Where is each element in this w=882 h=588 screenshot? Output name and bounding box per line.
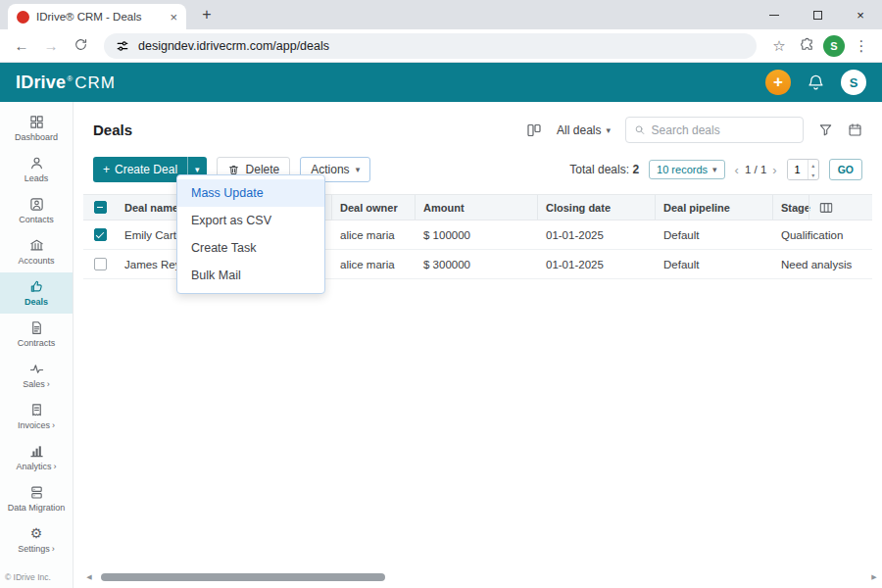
search-box — [625, 117, 804, 143]
minimize-icon — [769, 15, 779, 16]
horizontal-scrollbar: ◀ ▶ — [83, 571, 880, 583]
site-settings-icon — [116, 39, 129, 53]
kanban-view-icon[interactable] — [526, 122, 542, 138]
browser-menu-icon[interactable]: ⋮ — [851, 37, 872, 55]
maximize-button[interactable] — [796, 0, 839, 29]
calendar-icon[interactable] — [848, 122, 862, 137]
column-header-amount[interactable]: Amount — [416, 195, 538, 220]
invoices-icon — [29, 403, 44, 417]
browser-window: IDrive® CRM - Deals × + × ← → designdev.… — [0, 0, 882, 588]
sidebar-item-dashboard[interactable]: Dashboard — [0, 108, 73, 149]
scrollbar-track[interactable] — [95, 572, 868, 582]
user-avatar[interactable]: S — [841, 70, 866, 95]
quick-add-button[interactable]: + — [765, 70, 791, 95]
sidebar-item-invoices[interactable]: Invoices› — [0, 396, 73, 437]
minimize-button[interactable] — [753, 0, 796, 29]
submenu-chevron-icon: › — [52, 544, 55, 554]
plus-icon: + — [103, 163, 110, 176]
tab-close-icon[interactable]: × — [170, 10, 177, 24]
address-bar[interactable]: designdev.idrivecrm.com/app/deals — [104, 33, 757, 59]
scroll-left-icon[interactable]: ◀ — [83, 573, 95, 581]
reload-icon[interactable] — [69, 37, 92, 55]
select-all-checkbox-cell — [83, 195, 117, 220]
menu-item-bulk-mail[interactable]: Bulk Mail — [177, 262, 324, 289]
records-per-page-selector[interactable]: 10 records ▾ — [649, 160, 725, 179]
leads-icon — [29, 156, 44, 171]
browser-profile-avatar[interactable]: S — [823, 35, 845, 57]
sidebar-item-analytics[interactable]: Analytics› — [0, 437, 73, 478]
cell-deal-pipeline: Default — [656, 229, 773, 241]
sidebar-item-data-migration[interactable]: Data Migration — [0, 478, 73, 519]
deals-icon — [29, 279, 44, 294]
row-checkbox[interactable] — [94, 258, 107, 270]
contracts-icon — [29, 320, 44, 335]
next-page-icon[interactable]: › — [772, 163, 776, 177]
browser-tab[interactable]: IDrive® CRM - Deals × — [8, 4, 186, 29]
sidebar: Dashboard Leads Contacts Accounts Deals … — [0, 102, 74, 588]
create-deal-button[interactable]: + Create Deal — [93, 157, 187, 182]
filter-icon[interactable] — [818, 122, 833, 137]
menu-item-export-as-csv[interactable]: Export as CSV — [177, 207, 324, 234]
tab-title: IDrive® CRM - Deals — [36, 11, 163, 23]
row-checkbox-cell — [83, 228, 117, 241]
column-header-closing-date[interactable]: Closing date — [538, 195, 656, 220]
cell-closing-date: 01-01-2025 — [538, 229, 656, 241]
logo-product: CRM — [74, 74, 116, 93]
sidebar-item-accounts[interactable]: Accounts — [0, 231, 73, 272]
search-input[interactable] — [652, 123, 795, 137]
maximize-icon — [813, 11, 822, 20]
submenu-chevron-icon: › — [54, 462, 57, 471]
pager: ‹ 1 / 1 › — [735, 163, 777, 177]
accounts-icon — [29, 238, 44, 253]
sidebar-item-sales[interactable]: Sales› — [0, 355, 73, 396]
deal-view-selector[interactable]: All deals ▾ — [557, 123, 611, 137]
page-number-input[interactable] — [788, 160, 808, 179]
previous-page-icon[interactable]: ‹ — [735, 163, 739, 177]
close-button[interactable]: × — [839, 0, 882, 29]
sidebar-item-leads[interactable]: Leads — [0, 149, 73, 190]
page-controls: All deals ▾ — [526, 117, 862, 143]
extensions-icon[interactable] — [796, 37, 817, 55]
cell-stage: Qualification — [773, 229, 872, 241]
column-picker-icon[interactable] — [808, 195, 833, 220]
app-body: Dashboard Leads Contacts Accounts Deals … — [0, 102, 882, 588]
actions-dropdown-menu: Mass Update Export as CSV Create Task Bu… — [176, 174, 325, 294]
cell-closing-date: 01-01-2025 — [538, 259, 656, 270]
window-controls: × — [753, 0, 882, 29]
row-checkbox[interactable] — [94, 228, 107, 241]
column-header-deal-pipeline[interactable]: Deal pipeline — [656, 195, 773, 220]
go-button[interactable]: GO — [829, 159, 862, 180]
column-header-deal-owner[interactable]: Deal owner — [332, 195, 416, 220]
stepper-up-icon[interactable]: ▴ — [808, 160, 818, 170]
browser-toolbar: ← → designdev.idrivecrm.com/app/deals ☆ … — [0, 29, 882, 63]
row-checkbox-cell — [83, 258, 117, 270]
page-header: Deals All deals ▾ — [74, 102, 882, 153]
logo-registered-mark: ® — [67, 74, 73, 83]
sidebar-item-contracts[interactable]: Contracts — [0, 314, 73, 355]
select-all-checkbox[interactable] — [94, 201, 107, 214]
url-text: designdev.idrivecrm.com/app/deals — [138, 39, 329, 53]
scroll-right-icon[interactable]: ▶ — [868, 573, 880, 581]
stepper-down-icon[interactable]: ▾ — [808, 170, 818, 179]
notifications-bell-icon[interactable] — [807, 74, 825, 92]
menu-item-create-task[interactable]: Create Task — [177, 234, 324, 262]
logo-brand: IDrive — [16, 73, 66, 93]
menu-item-mass-update[interactable]: Mass Update — [177, 179, 324, 207]
header-actions: + S — [765, 70, 866, 95]
browser-tab-strip: IDrive® CRM - Deals × + × — [0, 0, 882, 29]
sidebar-item-contacts[interactable]: Contacts — [0, 190, 73, 231]
sidebar-item-deals[interactable]: Deals — [0, 272, 73, 314]
cell-amount: $ 100000 — [416, 229, 538, 241]
new-tab-button[interactable]: + — [196, 6, 218, 24]
sidebar-item-settings[interactable]: ⚙ Settings› — [0, 519, 73, 561]
analytics-icon — [29, 444, 44, 459]
forward-icon[interactable]: → — [39, 37, 63, 54]
scrollbar-thumb[interactable] — [101, 573, 385, 581]
site-favicon-icon — [17, 11, 29, 24]
back-icon[interactable]: ← — [10, 37, 33, 54]
cell-deal-owner: alice maria — [332, 229, 416, 241]
submenu-chevron-icon: › — [52, 420, 55, 430]
dashboard-icon — [29, 115, 44, 129]
bookmark-star-icon[interactable]: ☆ — [768, 37, 790, 55]
sales-icon — [29, 362, 44, 376]
